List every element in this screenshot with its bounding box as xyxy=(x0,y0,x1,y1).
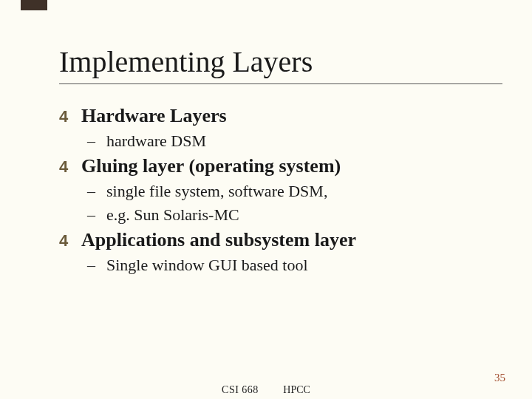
subbullet-hardware-dsm: – hardware DSM xyxy=(87,132,502,151)
footer-center: CSI 668 HPCC xyxy=(222,384,310,396)
bullet-text: hardware DSM xyxy=(106,132,206,151)
page-number: 35 xyxy=(494,372,505,384)
slide-title: Implementing Layers xyxy=(59,44,502,79)
bullet-mark-icon: 4 xyxy=(59,231,74,250)
bullet-mark-icon: 4 xyxy=(59,157,74,177)
subbullet-single-window-gui: – Single window GUI based tool xyxy=(87,256,502,275)
corner-decoration xyxy=(21,0,47,10)
dash-icon: – xyxy=(87,205,99,225)
bullet-text: Single window GUI based tool xyxy=(106,256,308,275)
footer-course-code: CSI 668 xyxy=(222,384,259,395)
bullet-text: Applications and subsystem layer xyxy=(81,229,356,251)
bullet-mark-icon: 4 xyxy=(59,107,74,126)
bullet-text: Gluing layer (operating system) xyxy=(81,155,341,177)
title-underline xyxy=(59,83,502,84)
bullet-text: Hardware Layers xyxy=(81,105,227,127)
subbullet-single-file-system: – single file system, software DSM, xyxy=(87,182,502,201)
bullet-applications-layer: 4 Applications and subsystem layer xyxy=(59,229,502,251)
bullet-text: e.g. Sun Solaris-MC xyxy=(106,205,239,225)
dash-icon: – xyxy=(87,256,99,275)
subbullet-solaris-mc: – e.g. Sun Solaris-MC xyxy=(87,205,502,225)
slide-body: Implementing Layers 4 Hardware Layers – … xyxy=(0,0,532,399)
dash-icon: – xyxy=(87,182,99,201)
bullet-hardware-layers: 4 Hardware Layers xyxy=(59,105,502,127)
bullet-gluing-layer: 4 Gluing layer (operating system) xyxy=(59,155,502,177)
footer-topic: HPCC xyxy=(283,384,310,395)
dash-icon: – xyxy=(87,132,99,151)
bullet-text: single file system, software DSM, xyxy=(106,182,327,201)
